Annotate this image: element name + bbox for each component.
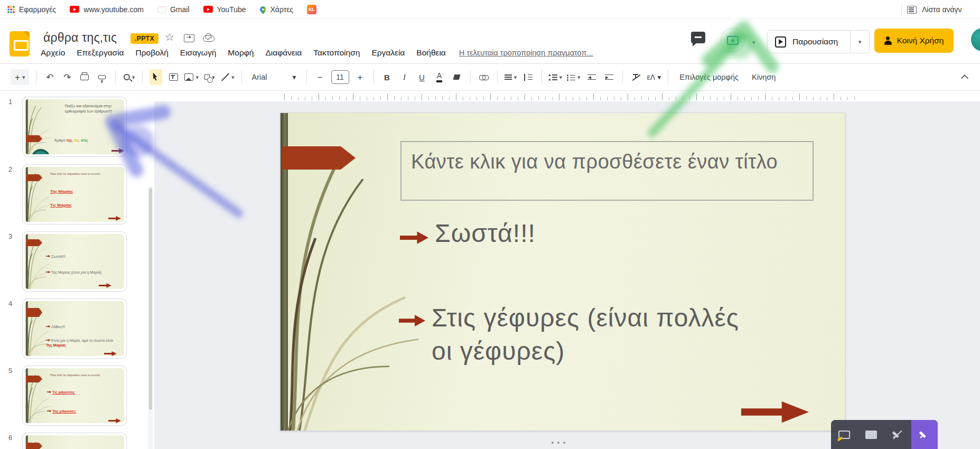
bookmark-apps[interactable]: Εφαρμογές xyxy=(7,5,56,14)
insert-link-button[interactable] xyxy=(478,69,490,85)
thumb1-word-stis: στις xyxy=(81,138,88,142)
insert-shape-button[interactable]: ▾ xyxy=(203,69,216,85)
bookmark-youtube[interactable]: YouTube xyxy=(203,5,246,14)
increase-font-size-button[interactable]: + xyxy=(354,69,367,85)
increase-indent-button[interactable] xyxy=(603,69,615,85)
hide-ink-icon xyxy=(893,430,902,439)
printer-icon xyxy=(80,74,89,80)
comments-button[interactable] xyxy=(689,31,707,46)
slide-number-3: 3 xyxy=(8,232,20,240)
grass-decoration xyxy=(26,99,54,154)
paint-format-button[interactable] xyxy=(96,69,108,85)
pen-tool-button[interactable] xyxy=(911,420,938,449)
account-avatar[interactable] xyxy=(971,28,980,51)
animate-button[interactable]: Κίνηση xyxy=(748,73,780,81)
kl-icon: KL xyxy=(307,5,316,14)
filmstrip-scrollbar[interactable] xyxy=(148,186,153,449)
clear-formatting-button[interactable] xyxy=(630,69,642,85)
font-size-input[interactable]: 11 xyxy=(331,70,349,84)
new-slide-button[interactable]: + ▾ xyxy=(11,69,29,85)
present-meeting-caret-icon[interactable]: ▾ xyxy=(752,40,755,45)
menu-slide[interactable]: Διαφάνεια xyxy=(259,46,307,59)
whiteboard-button[interactable] xyxy=(858,420,885,449)
thumb2-option-2: Τις Μαρίας xyxy=(50,203,72,208)
line-spacing-icon xyxy=(524,74,533,81)
slide-bullet-2[interactable]: Στις γέφυρες (είναι πολλές οι γέφυρες) xyxy=(432,301,754,368)
print-button[interactable] xyxy=(78,69,91,85)
document-title[interactable]: άρθρα της,τις xyxy=(43,31,117,45)
title-placeholder[interactable]: Κάντε κλικ για να προσθέσετε έναν τίτλο xyxy=(400,141,814,201)
underline-icon: U xyxy=(419,73,425,81)
menu-view[interactable]: Προβολή xyxy=(130,46,174,59)
present-to-meeting-button[interactable] xyxy=(721,28,745,52)
share-label: Κοινή Χρήση xyxy=(897,36,944,45)
format-options-button[interactable]: Επιλογές μορφής xyxy=(675,73,743,81)
menu-edit[interactable]: Επεξεργασία xyxy=(71,46,129,59)
decrease-font-size-button[interactable]: − xyxy=(314,69,326,85)
italic-button[interactable]: I xyxy=(398,69,411,85)
star-icon[interactable]: ☆ xyxy=(165,31,174,43)
menu-insert[interactable]: Εισαγωγή xyxy=(174,46,222,59)
menu-help[interactable]: Βοήθεια xyxy=(410,46,452,59)
align-button[interactable]: ▾ xyxy=(505,69,517,85)
present-options-caret[interactable]: ▾ xyxy=(851,30,870,53)
slide-thumbnail-6[interactable] xyxy=(22,433,127,449)
decrease-indent-button[interactable] xyxy=(585,69,598,85)
google-slides-logo[interactable] xyxy=(10,31,30,57)
select-tool-button[interactable] xyxy=(150,69,162,85)
slide-thumbnail-4[interactable]: Λάθος!!! Είναι μία η Μαρία, άρα το σωστό… xyxy=(22,298,127,359)
slide-thumbnail-3[interactable]: Σωστά!!! Της Μαρίας (είναι μία η Μαρία) xyxy=(22,231,127,292)
insert-line-button[interactable]: ▾ xyxy=(221,69,235,85)
thumbnail-slide-content: Ποιο από τα παρακάτω είναι το σωστό; Τις… xyxy=(25,368,124,423)
bookmark-maps[interactable]: Χάρτες xyxy=(260,5,294,14)
bullet-arrow-icon xyxy=(46,270,50,274)
redo-button[interactable]: ↷ xyxy=(61,69,73,85)
present-button[interactable]: Παρουσίαση xyxy=(767,30,851,53)
align-icon xyxy=(505,74,512,80)
slide-thumbnail-2[interactable]: Ποιο από τα παρακάτω είναι το σωστό; Της… xyxy=(22,164,127,224)
line-spacing-button[interactable] xyxy=(522,69,535,85)
share-button[interactable]: Κοινή Χρήση xyxy=(874,29,954,53)
text-color-button[interactable]: A xyxy=(433,69,446,85)
zoom-button[interactable]: ▾ xyxy=(123,69,135,85)
font-family-select[interactable]: Arial ▾ xyxy=(249,69,300,85)
last-modified-link[interactable]: Η τελευταία τροποποίηση πραγματοπ... xyxy=(459,49,593,57)
speaker-notes-handle[interactable] xyxy=(552,442,565,444)
scrollbar-thumb[interactable] xyxy=(149,188,152,410)
underline-button[interactable]: U xyxy=(416,69,428,85)
bold-button[interactable]: B xyxy=(381,69,394,85)
thumb5-option-2: Της μάγισσες xyxy=(47,409,76,413)
annotation-toolbar xyxy=(831,420,938,449)
slide-thumbnail-1[interactable]: Παίζω και εξασκούμαι στην ορθογραφία των… xyxy=(22,97,127,157)
reading-list-button[interactable]: Λίστα ανάγν xyxy=(901,0,980,19)
numbered-list-button[interactable]: ▾ xyxy=(549,69,563,85)
thumbnail-slide-content: Ποιο από τα παρακάτω είναι το σωστό; Της… xyxy=(25,167,124,222)
reading-list-icon xyxy=(907,6,917,14)
menu-tools[interactable]: Εργαλεία xyxy=(366,46,410,59)
text-box-button[interactable] xyxy=(167,69,180,85)
slide-thumbnail-5[interactable]: Ποιο από τα παρακάτω είναι το σωστό; Τις… xyxy=(22,366,127,426)
bookmark-apps-label: Εφαρμογές xyxy=(19,5,56,14)
slide-bullet-1[interactable]: Σωστά!!! xyxy=(435,219,536,248)
thumb1-title: Παίζω και εξασκούμαι στην ορθογραφία των… xyxy=(54,104,122,114)
highlight-color-button[interactable] xyxy=(451,69,463,85)
bookmark-youtube-url[interactable]: www.youtube.com xyxy=(70,5,144,14)
thumbnail-slide-content: Λάθος!!! Είναι μία η Μαρία, άρα το σωστό… xyxy=(25,301,124,356)
collapse-menus-button[interactable] xyxy=(957,69,969,85)
current-slide[interactable]: Κάντε κλικ για να προσθέσετε έναν τίτλο … xyxy=(280,113,845,431)
menu-arrange[interactable]: Τακτοποίηση xyxy=(307,46,366,59)
bookmark-gmail[interactable]: Gmail xyxy=(157,5,190,14)
bookmark-kl[interactable]: KL xyxy=(307,5,316,14)
screen-draw-button[interactable] xyxy=(831,420,858,449)
move-to-folder-icon[interactable] xyxy=(184,34,194,42)
menu-file[interactable]: Αρχείο xyxy=(35,46,71,59)
menu-format[interactable]: Μορφή xyxy=(222,46,259,59)
insert-image-button[interactable]: ▾ xyxy=(184,69,199,85)
chevron-down-icon: ▾ xyxy=(22,74,25,80)
undo-button[interactable]: ↶ xyxy=(43,69,56,85)
hide-ink-button[interactable] xyxy=(884,420,911,449)
chevron-down-icon: ▾ xyxy=(231,74,235,80)
cloud-saved-icon[interactable] xyxy=(203,35,214,42)
bulleted-list-button[interactable]: ▾ xyxy=(567,69,581,85)
input-tools-button[interactable]: εΛ ▾ xyxy=(647,69,661,85)
